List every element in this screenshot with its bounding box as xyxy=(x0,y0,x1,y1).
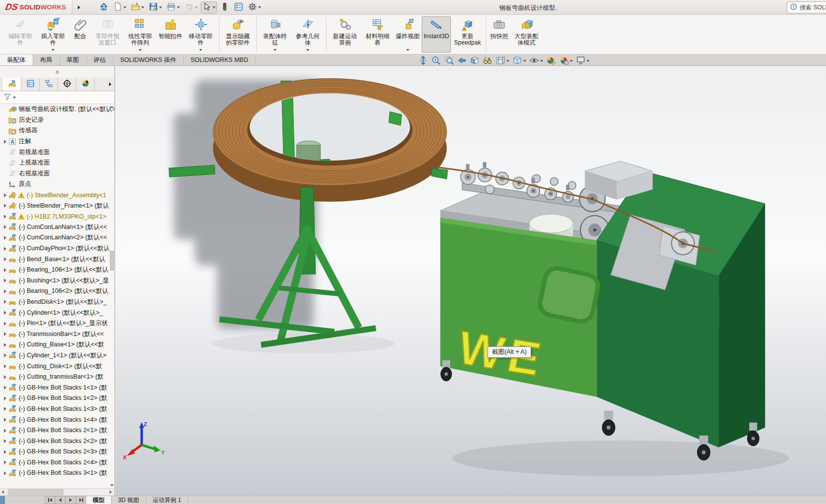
ribbon-button[interactable]: 线性零部件阵列 xyxy=(124,16,157,53)
tree-item[interactable]: 前视基准面 xyxy=(0,147,114,158)
tree-item[interactable]: 上视基准面 xyxy=(0,158,114,168)
tree-item[interactable]: (-) Cylinder_1<1> (默认<<默认> xyxy=(0,350,114,361)
tree-item[interactable]: (-) GB-Hex Bolt Stacks 3<1> (默 xyxy=(0,468,114,479)
next-tab-button[interactable] xyxy=(65,496,76,504)
quick-access-button[interactable] xyxy=(201,1,217,13)
ribbon-button[interactable]: 大型装配体模式 xyxy=(510,16,543,53)
quick-access-button[interactable] xyxy=(165,1,181,13)
help-icon[interactable]: ? xyxy=(790,3,797,12)
headsup-button[interactable] xyxy=(418,55,429,67)
tree-item[interactable]: (-) CumConLanNan<1> (默认<< xyxy=(0,222,114,233)
quick-access-button[interactable] xyxy=(129,1,146,13)
tree-item[interactable]: (-) GB-Hex Bolt Stacks 2<4> (默 xyxy=(0,457,114,468)
command-tab[interactable]: 装配体 xyxy=(0,55,33,65)
tree-item[interactable]: (-) CumConLanNan<2> (默认<< xyxy=(0,232,114,243)
quick-access-button[interactable] xyxy=(219,1,231,13)
panel-flyout-button[interactable] xyxy=(106,78,114,91)
headsup-button[interactable] xyxy=(558,55,573,67)
command-tab[interactable]: 评估 xyxy=(87,55,113,65)
ribbon-button[interactable] xyxy=(219,17,220,52)
ribbon-button[interactable]: Instant3D xyxy=(422,16,451,53)
quick-access-button[interactable] xyxy=(232,1,245,13)
tree-item[interactable]: (-) Pin<1> (默认<<默认>_显示状 xyxy=(0,318,114,329)
ribbon-button[interactable]: 拍快照 xyxy=(488,16,510,53)
tree-item[interactable]: 原点 xyxy=(0,179,114,190)
tree-item[interactable]: (-) Cylinder<1> (默认<<默认>_ xyxy=(0,307,114,318)
tree-item[interactable]: (-) H1B2.7LM33PKO_stp<1> xyxy=(0,211,114,222)
last-tab-button[interactable] xyxy=(76,496,86,504)
panel-resize-handle[interactable] xyxy=(55,70,59,74)
ribbon-button[interactable]: 新建运动算例 xyxy=(329,16,361,53)
expand-arrow-icon[interactable] xyxy=(1,407,8,411)
tree-item[interactable]: (-) GB-Hex Bolt Stacks 2<1> (默 xyxy=(0,425,114,436)
3d-model-view[interactable]: WE Z X Y xyxy=(115,66,826,496)
expand-arrow-icon[interactable] xyxy=(1,364,8,368)
tree-item[interactable]: (-) Cutting_Disk<1> (默认<<默 xyxy=(0,361,114,372)
tree-item[interactable]: (-) GB-Hex Bolt Stacks 1<1> (默 xyxy=(0,382,114,393)
expand-arrow-icon[interactable] xyxy=(1,215,8,219)
command-tab[interactable]: 布局 xyxy=(33,55,60,65)
first-tab-button[interactable] xyxy=(45,496,55,504)
graphics-viewport[interactable]: WE Z X Y xyxy=(115,66,826,496)
expand-arrow-icon[interactable] xyxy=(1,247,8,251)
quick-access-button[interactable] xyxy=(147,1,164,13)
tree-item[interactable]: (-) Bearing_106<2> (默认<<默认 xyxy=(0,286,114,297)
expand-arrow-icon[interactable] xyxy=(1,460,8,464)
expand-arrow-icon[interactable] xyxy=(1,268,8,272)
tree-item[interactable]: (-) GB-Hex Bolt Stacks 1<3> (默 xyxy=(0,404,114,415)
tree-item[interactable]: (-) CumDayPhoi<1> (默认<<默认 xyxy=(0,243,114,254)
headsup-button[interactable] xyxy=(529,55,544,67)
tree-item[interactable]: (-) GB-Hex Bolt Stacks 2<3> (默 xyxy=(0,447,114,457)
tree-item[interactable]: 历史记录 xyxy=(0,115,114,126)
tree-item[interactable]: (-) Bushing<1> (默认<<默认>_显 xyxy=(0,276,114,286)
tree-item[interactable]: (-) Bearing_106<1> (默认<<默认 xyxy=(0,265,114,276)
tree-horizontal-scrollbar[interactable] xyxy=(0,488,114,496)
quick-access-button[interactable] xyxy=(98,1,110,13)
expand-arrow-icon[interactable] xyxy=(1,279,8,282)
search-input[interactable]: 搜索 SOLIDW xyxy=(800,3,826,12)
ribbon-button[interactable]: 显示隐藏的零部件 xyxy=(221,16,254,53)
search-box[interactable]: ? 搜索 SOLIDW xyxy=(787,1,826,13)
expand-arrow-icon[interactable] xyxy=(1,396,8,400)
headsup-button[interactable] xyxy=(575,55,590,67)
expand-arrow-icon[interactable] xyxy=(1,257,8,261)
scroll-left-icon[interactable] xyxy=(1,490,4,494)
ribbon-button[interactable]: 编辑零部件 xyxy=(4,16,37,53)
command-tab[interactable]: 草图 xyxy=(60,55,87,65)
ribbon-button[interactable] xyxy=(486,17,486,52)
ribbon-button[interactable] xyxy=(256,17,257,52)
ribbon-button[interactable]: 装配体特征 xyxy=(259,16,291,53)
filter-icon[interactable] xyxy=(3,93,11,102)
tree-root-item[interactable]: 钢板弯曲机设计模型. (默认<<默认>_ xyxy=(0,104,114,115)
expand-arrow-icon[interactable] xyxy=(1,386,8,390)
ribbon-button[interactable]: 插入零部件 xyxy=(37,16,69,53)
ribbon-button[interactable]: 更新 Speedpak xyxy=(451,16,484,53)
expand-arrow-icon[interactable] xyxy=(1,429,8,433)
scrollbar-thumb[interactable] xyxy=(8,489,63,495)
quick-access-expand-button[interactable] xyxy=(75,1,83,13)
expand-arrow-icon[interactable] xyxy=(1,439,8,443)
tree-item[interactable]: (-) SteelBender_Assembly<1 xyxy=(0,190,114,201)
ribbon-button[interactable]: 材料明细表 xyxy=(361,16,394,53)
expand-arrow-icon[interactable] xyxy=(1,289,8,293)
scroll-up-icon[interactable] xyxy=(110,106,114,108)
headsup-button[interactable] xyxy=(546,55,556,67)
expand-arrow-icon[interactable] xyxy=(1,311,8,315)
ribbon-button[interactable]: 参考几何体 xyxy=(291,16,324,53)
panel-tab[interactable] xyxy=(58,78,76,91)
expand-arrow-icon[interactable] xyxy=(1,193,8,197)
scroll-down-icon[interactable] xyxy=(110,484,114,487)
panel-tab[interactable] xyxy=(3,78,21,91)
model-view-tab[interactable]: 运动算例 1 xyxy=(146,496,188,504)
previous-tab-button[interactable] xyxy=(55,496,65,504)
expand-arrow-icon[interactable] xyxy=(1,353,8,357)
ribbon-button[interactable]: 零部件预览窗口 xyxy=(91,16,124,53)
expand-arrow-icon[interactable] xyxy=(1,225,8,229)
model-view-tab[interactable]: 模型 xyxy=(86,496,111,504)
expand-arrow-icon[interactable] xyxy=(1,300,8,304)
headsup-button[interactable] xyxy=(456,55,467,67)
command-tab[interactable]: SOLIDWORKS MBD xyxy=(184,55,256,65)
tree-item[interactable]: (-) SteelBender_Frame<1> (默认 xyxy=(0,200,114,211)
tree-item[interactable]: (-) Cutting_tranmissBar<1> (默 xyxy=(0,372,114,383)
expand-arrow-icon[interactable] xyxy=(1,418,8,422)
